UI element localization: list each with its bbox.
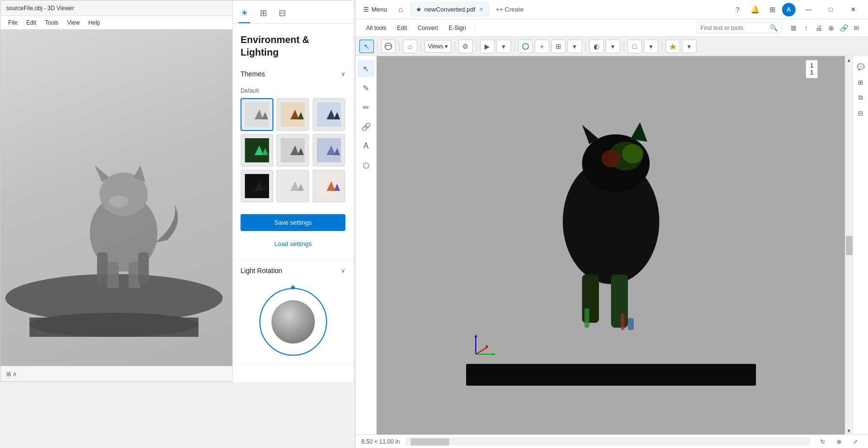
3d-platform: [5, 289, 223, 337]
toolbar-esign[interactable]: E-Sign: [444, 23, 471, 33]
3d-model-btn[interactable]: [518, 40, 533, 53]
scroll-up-icon[interactable]: ▲: [845, 56, 853, 64]
3d-layers-dropdown[interactable]: ▾: [568, 40, 582, 53]
pdf-scene-container: [377, 56, 845, 434]
pdf-maximize-button[interactable]: □: [820, 0, 842, 19]
h-scroll-thumb[interactable]: [411, 438, 449, 446]
pdf-link-button[interactable]: 🔗: [838, 22, 850, 34]
default-label: Default: [241, 87, 345, 94]
pdf-more-btn[interactable]: ⊟: [854, 106, 868, 120]
help-button[interactable]: ?: [730, 2, 745, 17]
3d-add-btn[interactable]: +: [535, 40, 549, 53]
menu-file[interactable]: File: [4, 18, 21, 28]
pdf-search-box[interactable]: 🔍: [696, 22, 782, 33]
layers-icon: ⊞: [6, 371, 11, 377]
light-rotation-header[interactable]: Light Rotation ∨: [233, 261, 352, 280]
themes-chevron-icon: ∨: [341, 71, 345, 77]
3d-home-btn[interactable]: ⌂: [403, 40, 417, 53]
notifications-button[interactable]: 🔔: [747, 2, 763, 17]
panel-title: Environment &Lighting: [233, 29, 352, 64]
zoom-fit-btn[interactable]: ⤢: [849, 435, 862, 448]
theme-swatch-7[interactable]: [241, 170, 273, 202]
menu-edit[interactable]: Edit: [22, 18, 40, 28]
svg-marker-56: [485, 345, 488, 347]
pdf-titlebar-icons: ? 🔔 ⊞ A: [730, 2, 796, 17]
theme-swatch-1[interactable]: [241, 98, 273, 131]
toolbar-edit[interactable]: Edit: [392, 23, 412, 33]
pdf-window-controls: — □ ✕: [797, 0, 864, 19]
layers-control[interactable]: ⊞ ∧: [6, 371, 17, 377]
3d-select-tool[interactable]: ↖: [359, 40, 374, 53]
scroll-thumb[interactable]: [846, 236, 853, 255]
pdf-side-link-btn[interactable]: 🔗: [357, 118, 375, 135]
theme-swatch-4[interactable]: [241, 134, 273, 167]
3d-lighting-btn[interactable]: [666, 40, 680, 53]
3d-bg-btn[interactable]: □: [627, 40, 642, 53]
3d-play-dropdown[interactable]: ▾: [497, 40, 511, 53]
toolbar-convert[interactable]: Convert: [413, 23, 443, 33]
themes-content: Default: [233, 84, 352, 210]
pdf-close-button[interactable]: ✕: [842, 0, 864, 19]
pdf-side-annotate-btn[interactable]: ✎: [357, 79, 375, 97]
light-dial[interactable]: ✦: [259, 288, 327, 356]
apps-button[interactable]: ⊞: [765, 2, 780, 17]
pdf-canvas[interactable]: 1 1: [377, 56, 845, 434]
pdf-menu-button[interactable]: ☰ Menu: [359, 4, 391, 15]
menu-help[interactable]: Help: [85, 18, 104, 28]
pdf-search-input[interactable]: [700, 25, 768, 31]
theme-swatch-6[interactable]: [313, 134, 345, 167]
save-settings-button[interactable]: Save settings: [241, 214, 345, 231]
theme-swatch-8[interactable]: [276, 170, 309, 202]
3d-lighting-dropdown[interactable]: ▾: [682, 40, 697, 53]
refresh-icon[interactable]: ↻: [816, 435, 829, 448]
pdf-minimize-button[interactable]: —: [797, 0, 820, 19]
pdf-print-button[interactable]: 🖨: [813, 22, 825, 34]
pdf-home-button[interactable]: ⌂: [393, 2, 409, 17]
load-settings-button[interactable]: Load settings: [241, 235, 345, 253]
pdf-comments-btn[interactable]: 💬: [854, 60, 868, 73]
pdf-email-button[interactable]: ✉: [851, 22, 862, 34]
themes-section-header[interactable]: Themes ∨: [233, 64, 352, 84]
pdf-share-button[interactable]: ↑: [800, 22, 812, 34]
theme-grid: [241, 98, 345, 202]
pdf-zoom-icon[interactable]: ⊕: [825, 22, 837, 34]
light-rotation-content: ✦: [233, 280, 352, 363]
pdf-side-text-btn[interactable]: A: [357, 137, 375, 155]
new-tab-button[interactable]: + + Create: [491, 4, 528, 15]
pdf-tab[interactable]: ★ newConverted.pdf ✕: [411, 2, 489, 16]
pdf-side-select-btn[interactable]: ↖: [357, 60, 375, 77]
theme-swatch-5[interactable]: [276, 134, 309, 167]
theme-swatch-2[interactable]: [276, 98, 309, 131]
3d-orbit-btn[interactable]: [381, 40, 396, 53]
theme-swatch-9[interactable]: [313, 170, 345, 202]
3d-body: ☀ ⊞ ⊟ Environment &Lighting Themes ∨ Def…: [0, 29, 352, 366]
scroll-down-icon[interactable]: ▼: [845, 427, 853, 434]
3d-layers-btn[interactable]: ⊞: [551, 40, 566, 53]
3d-appearance-dropdown[interactable]: ▾: [606, 40, 620, 53]
menu-view[interactable]: View: [63, 18, 84, 28]
pdf-thumbnail-btn[interactable]: ⊞: [854, 75, 868, 89]
theme-swatch-3[interactable]: [313, 98, 345, 131]
toolbar-all-tools[interactable]: All tools: [361, 23, 391, 33]
pdf-wolf-svg: [466, 105, 756, 347]
pdf-side-edit-btn[interactable]: ✏: [357, 99, 375, 116]
pdf-scrollbar[interactable]: ▲ ▼: [845, 56, 853, 434]
menu-tools[interactable]: Tools: [41, 18, 62, 28]
tab-close-icon[interactable]: ✕: [479, 6, 484, 13]
page-number-badge: 1 1: [806, 60, 818, 78]
pdf-status-right: ↻ ⊕ ⤢: [816, 435, 862, 448]
user-avatar[interactable]: A: [782, 3, 796, 16]
views-dropdown[interactable]: Views ▾: [425, 40, 451, 53]
svg-marker-55: [474, 335, 477, 337]
svg-rect-50: [628, 318, 634, 330]
pdf-bookmark-icon[interactable]: ⊠: [788, 22, 799, 34]
pdf-copy-btn[interactable]: ⧉: [854, 91, 868, 104]
fit-page-btn[interactable]: ⊕: [832, 435, 846, 448]
3d-appearance-btn[interactable]: ◐: [589, 40, 604, 53]
3d-play-btn[interactable]: ▶: [480, 40, 495, 53]
3d-settings-btn[interactable]: ⚙: [458, 40, 473, 53]
horizontal-scrollbar[interactable]: [406, 438, 810, 446]
3d-bg-dropdown[interactable]: ▾: [644, 40, 658, 53]
pdf-side-fill-btn[interactable]: ⬡: [357, 157, 375, 174]
svg-point-4: [109, 196, 128, 207]
